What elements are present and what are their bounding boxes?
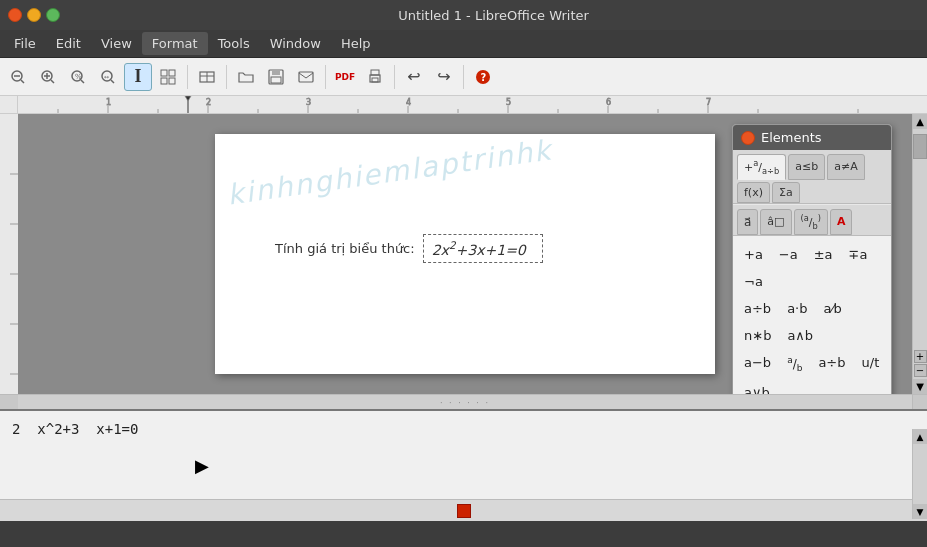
formula-bar-content: 2 x^2+3 x+1=0	[0, 411, 927, 499]
separator-4	[394, 65, 395, 89]
elements-tabs-row2: a⃗ â□ (a/b) A	[733, 205, 891, 236]
el-star[interactable]: n∗b	[739, 325, 776, 346]
tab-operators[interactable]: Σa	[772, 182, 800, 203]
formula-bar-scrollbar[interactable]: ▲ ▼	[912, 429, 927, 519]
fb-scroll-down[interactable]: ▼	[913, 504, 927, 519]
document-area[interactable]: kinhnghiemlaptrinhk Tính giá trị biểu th…	[18, 114, 912, 394]
navigator-button[interactable]	[154, 63, 182, 91]
svg-line-11	[111, 80, 114, 83]
tab-functions[interactable]: f(x)	[737, 182, 770, 203]
save-button[interactable]	[262, 63, 290, 91]
svg-rect-22	[271, 77, 281, 83]
el-udiv[interactable]: u/t	[857, 352, 885, 376]
undo-button[interactable]: ↩	[400, 63, 428, 91]
separator-2	[226, 65, 227, 89]
formula-label: Tính giá trị biểu thức:	[275, 241, 415, 256]
svg-text:%: %	[75, 73, 82, 81]
menu-tools[interactable]: Tools	[208, 32, 260, 55]
horizontal-scrollbar[interactable]: · · · · · ·	[0, 394, 927, 409]
symbols-row1: +a −a ±a ∓a ¬a	[739, 244, 885, 292]
tab-brackets[interactable]: (a/b)	[794, 209, 828, 235]
el-and[interactable]: a∧b	[782, 325, 818, 346]
insert-table-button[interactable]	[193, 63, 221, 91]
el-or[interactable]: a∨b	[739, 382, 775, 394]
el-neg[interactable]: −a	[774, 244, 803, 265]
scroll-zoom-out[interactable]: −	[914, 364, 927, 377]
el-div1[interactable]: a÷b	[739, 298, 776, 319]
help-button[interactable]: ?	[469, 63, 497, 91]
hscroll-track[interactable]: · · · · · ·	[18, 395, 912, 409]
scroll-thumb[interactable]	[913, 134, 927, 159]
tab-unary-binary[interactable]: +a/a÷b	[737, 154, 786, 180]
main-area: kinhnghiemlaptrinhk Tính giá trị biểu th…	[0, 114, 927, 394]
elements-close-button[interactable]	[741, 131, 755, 145]
close-window-button[interactable]	[8, 8, 22, 22]
elements-panel: Elements +a/a÷b a≤b a≠A f(x) Σa	[732, 124, 892, 394]
zoom-width-button[interactable]: ↔	[94, 63, 122, 91]
tab-other[interactable]: A	[830, 209, 853, 235]
el-frac[interactable]: a/b	[782, 352, 807, 376]
svg-text:↔: ↔	[104, 73, 109, 80]
ruler-corner	[0, 96, 18, 114]
watermark: kinhnghiemlaptrinhk	[225, 114, 725, 212]
menu-window[interactable]: Window	[260, 32, 331, 55]
maximize-window-button[interactable]	[46, 8, 60, 22]
status-indicator	[457, 504, 471, 518]
svg-rect-55	[0, 114, 18, 394]
el-slash[interactable]: a⁄b	[818, 298, 846, 319]
scroll-zoom-in[interactable]: +	[914, 350, 927, 363]
print-button[interactable]	[361, 63, 389, 91]
symbols-row3: a−b a/b a÷b u/t a∨b	[739, 352, 885, 394]
zoom-percent-button[interactable]: %	[64, 63, 92, 91]
svg-line-4	[51, 80, 54, 83]
menu-format[interactable]: Format	[142, 32, 208, 55]
window-controls[interactable]	[8, 8, 60, 22]
ruler-horizontal: 1 2 3 4 5 6 7	[0, 96, 927, 114]
el-pm[interactable]: ±a	[809, 244, 838, 265]
scroll-up-button[interactable]: ▲	[913, 114, 927, 129]
svg-text:4: 4	[406, 98, 411, 107]
menu-help[interactable]: Help	[331, 32, 381, 55]
svg-text:3: 3	[306, 98, 311, 107]
formula-input[interactable]: 2 x^2+3 x+1=0	[8, 417, 919, 489]
menu-bar: File Edit View Format Tools Window Help	[0, 30, 927, 58]
text-cursor-button[interactable]: I	[124, 63, 152, 91]
el-not[interactable]: ¬a	[739, 271, 768, 292]
tab-relations[interactable]: a≤b	[788, 154, 825, 180]
email-button[interactable]	[292, 63, 320, 91]
svg-text:2: 2	[206, 98, 211, 107]
formula-content: 2x2+3x+1=0	[432, 242, 526, 258]
svg-rect-21	[272, 70, 280, 75]
vertical-scrollbar[interactable]: ▲ + − ▼	[912, 114, 927, 394]
minimize-window-button[interactable]	[27, 8, 41, 22]
el-div2[interactable]: a÷b	[813, 352, 850, 376]
zoom-in-button[interactable]	[34, 63, 62, 91]
el-mp[interactable]: ∓a	[844, 244, 873, 265]
menu-edit[interactable]: Edit	[46, 32, 91, 55]
menu-view[interactable]: View	[91, 32, 142, 55]
scroll-down-button[interactable]: ▼	[913, 379, 927, 394]
elements-header: Elements	[733, 125, 891, 150]
redo-button[interactable]: ↪	[430, 63, 458, 91]
el-cdot[interactable]: a·b	[782, 298, 812, 319]
elements-title: Elements	[761, 130, 822, 145]
export-pdf-button[interactable]: PDF	[331, 63, 359, 91]
el-sub[interactable]: a−b	[739, 352, 776, 376]
status-bar	[0, 499, 927, 521]
svg-line-1	[21, 80, 24, 83]
formula-box[interactable]: 2x2+3x+1=0	[423, 234, 543, 263]
zoom-out-button[interactable]	[4, 63, 32, 91]
menu-file[interactable]: File	[4, 32, 46, 55]
svg-text:6: 6	[606, 98, 611, 107]
tab-attributes[interactable]: â□	[760, 209, 791, 235]
fb-scroll-up[interactable]: ▲	[913, 429, 927, 444]
hscroll-corner-right	[912, 395, 927, 409]
svg-rect-25	[371, 70, 379, 75]
svg-text:5: 5	[506, 98, 511, 107]
el-pos[interactable]: +a	[739, 244, 768, 265]
open-button[interactable]	[232, 63, 260, 91]
tab-setops[interactable]: a≠A	[827, 154, 864, 180]
tab-vector[interactable]: a⃗	[737, 209, 758, 235]
window-title: Untitled 1 - LibreOffice Writer	[68, 8, 919, 23]
separator-1	[187, 65, 188, 89]
